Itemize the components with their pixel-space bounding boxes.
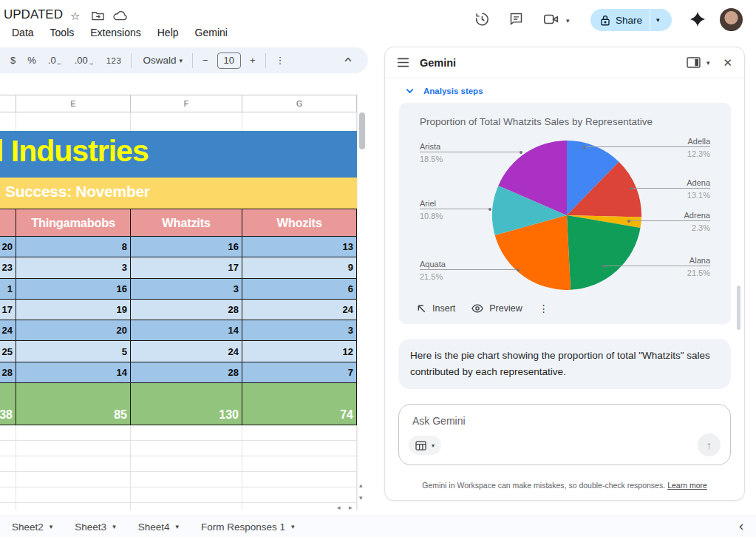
send-button[interactable]: ↑ [698,433,721,456]
ask-gemini-input[interactable]: Ask Gemini ▾ ↑ [398,404,731,465]
scroll-down-icon[interactable]: ▾ [359,494,363,501]
meet-video-icon[interactable] [542,11,560,29]
gemini-sparkle-icon[interactable] [689,10,706,28]
menu-data[interactable]: Data [4,24,42,41]
tab-caret-icon[interactable]: ▾ [291,523,295,530]
preview-chart-button[interactable]: Preview [471,303,522,314]
tab-sheet4[interactable]: Sheet4 ▾ [138,521,179,533]
cell[interactable]: 24 [0,320,16,341]
decrease-font-size-button[interactable]: − [197,55,214,66]
cell[interactable]: 7 [242,362,357,383]
empty-row[interactable] [0,112,357,131]
tab-caret-icon[interactable]: ▾ [175,523,179,530]
column-header-E[interactable]: E [16,95,131,112]
cell[interactable]: 9 [242,257,357,278]
cell[interactable]: 1 [0,279,16,300]
cell[interactable]: 28 [131,300,242,320]
comments-icon[interactable] [508,11,526,29]
cell[interactable]: 20 [16,320,131,341]
menu-extensions[interactable]: Extensions [82,24,149,41]
cell[interactable]: 20 [0,237,16,257]
cell[interactable]: 3 [16,257,131,278]
menu-help[interactable]: Help [149,24,187,41]
cell[interactable]: 14 [16,362,131,383]
decrease-decimal-button[interactable]: .0← [42,55,69,67]
cell[interactable]: 17 [131,257,242,278]
insert-chart-button[interactable]: Insert [417,303,455,314]
cell[interactable]: 8 [16,237,131,257]
font-name-select[interactable]: Oswald [135,55,179,66]
collapse-toolbar-button[interactable] [343,55,353,65]
menu-tools[interactable]: Tools [42,24,83,41]
cell[interactable]: 28 [0,362,16,383]
header-cell-whozits[interactable]: Whozits [242,209,357,236]
tab-sheet3[interactable]: Sheet3 ▾ [75,521,115,533]
analysis-steps-toggle[interactable]: Analysis steps [405,86,744,95]
share-button[interactable]: Share ▾ [590,9,672,31]
document-title[interactable]: UPDATED [4,7,63,22]
panel-position-icon[interactable] [687,57,701,68]
font-dropdown-caret-icon[interactable]: ▾ [179,57,188,64]
title-banner-cell[interactable]: l Industries [0,131,357,178]
sheet-vertical-scrollbar[interactable] [357,95,367,510]
cell[interactable]: 24 [242,300,357,320]
total-cell[interactable]: 38 [0,383,16,425]
collapse-panel-chevron-icon[interactable]: ‹ [739,518,743,534]
format-currency-button[interactable]: $ [4,55,21,66]
increase-font-size-button[interactable]: + [244,55,262,66]
scroll-up-icon[interactable]: ▴ [359,482,363,489]
panel-scrollbar-thumb[interactable] [737,286,740,330]
sheet-vertical-scrollbar-thumb[interactable] [359,112,365,149]
scroll-left-icon[interactable]: ◂ [337,504,341,511]
column-header-partial[interactable] [0,95,16,112]
subtitle-banner-cell[interactable]: Success: November [0,178,357,209]
column-header-F[interactable]: F [131,95,242,112]
cell[interactable]: 3 [131,279,242,300]
toolbar-more-button[interactable]: ⋮ [270,55,291,66]
cell[interactable]: 12 [242,341,357,362]
move-folder-icon[interactable] [92,10,104,21]
cell[interactable]: 5 [16,341,131,362]
meet-dropdown-caret-icon[interactable]: ▾ [566,17,584,35]
version-history-icon[interactable] [474,11,491,29]
cell[interactable]: 17 [0,300,16,320]
total-cell[interactable]: 85 [16,383,131,425]
cell[interactable]: 16 [131,237,242,257]
empty-grid-area[interactable] [0,425,357,510]
cell[interactable]: 6 [242,279,357,300]
font-size-input[interactable]: 10 [217,53,241,69]
header-cell-partial[interactable] [0,209,16,236]
cell[interactable]: 19 [16,300,131,320]
tab-form-responses-1[interactable]: Form Responses 1 ▾ [201,521,295,533]
star-icon[interactable]: ☆ [70,10,80,23]
increase-decimal-button[interactable]: .00→ [69,55,101,67]
account-avatar[interactable] [720,8,743,31]
tab-sheet2[interactable]: Sheet2 ▾ [12,521,52,533]
scroll-right-icon[interactable]: ▸ [349,504,353,511]
more-formats-button[interactable]: 123 [101,56,128,65]
learn-more-link[interactable]: Learn more [667,481,707,490]
cell[interactable]: 28 [131,362,242,383]
total-cell[interactable]: 130 [131,383,242,425]
panel-position-caret-icon[interactable]: ▾ [706,59,710,67]
column-header-G[interactable]: G [242,95,357,112]
tab-caret-icon[interactable]: ▾ [112,523,116,530]
cell[interactable]: 3 [242,320,357,341]
format-percent-button[interactable]: % [21,55,42,66]
pie-chart[interactable] [399,103,731,324]
data-source-chip[interactable]: ▾ [409,436,441,455]
cell[interactable]: 14 [131,320,242,341]
tab-caret-icon[interactable]: ▾ [50,523,53,530]
cell[interactable]: 23 [0,257,16,278]
header-cell-whatzits[interactable]: Whatzits [131,209,242,236]
header-cell-thingamabobs[interactable]: Thingamabobs [16,209,131,236]
share-dropdown-caret-icon[interactable]: ▾ [656,16,660,24]
cell[interactable]: 13 [242,237,357,257]
cell[interactable]: 24 [131,341,242,362]
cell[interactable]: 16 [16,279,131,300]
cell[interactable]: 25 [0,341,16,362]
close-panel-button[interactable]: ✕ [723,56,732,70]
total-cell[interactable]: 74 [242,383,357,425]
pie-slice-alana[interactable] [567,215,641,290]
menu-hamburger-icon[interactable] [397,58,409,67]
